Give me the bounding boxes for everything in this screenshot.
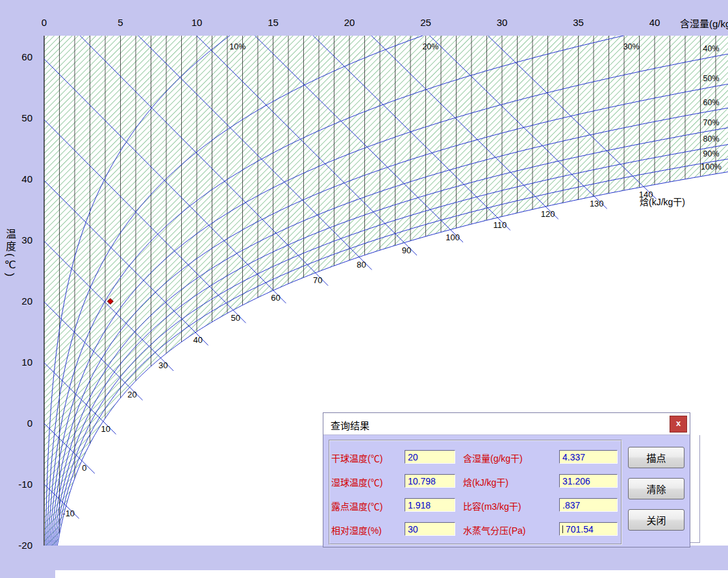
vapor-pressure-label: 水蒸气分压(Pa) [463, 523, 525, 536]
x-tick-label: 10 [192, 17, 203, 28]
dew-point-value: 1.918 [408, 500, 431, 510]
close-icon[interactable]: x [670, 416, 687, 433]
clear-button[interactable]: 清除 [628, 478, 684, 499]
rh-curve-label: 50% [703, 74, 719, 83]
rh-curve-label: 100% [701, 162, 722, 171]
rh-curve-label: 30% [623, 42, 640, 51]
relative-humidity-value: 30 [408, 524, 418, 534]
y-tick-label: 40 [21, 173, 32, 184]
enthalpy-value-label: 80 [357, 260, 366, 270]
enthalpy-value-label: 40 [193, 335, 202, 345]
x-tick-label: 20 [344, 17, 355, 28]
humidity-ratio-input[interactable]: 4.337 [559, 450, 618, 464]
x-tick-label: 0 [42, 17, 47, 28]
rh-curve-label: 90% [703, 149, 719, 158]
y-tick-label: 0 [27, 418, 32, 429]
dialog-titlebar[interactable]: 查询结果 x [323, 413, 690, 435]
plot-point-button[interactable]: 描点 [628, 447, 684, 468]
x-tick-label: 25 [420, 17, 431, 28]
enthalpy-value-label: 60 [271, 293, 280, 303]
humidity-ratio-value: 4.337 [562, 452, 585, 462]
wet-bulb-input[interactable]: 10.798 [405, 474, 455, 488]
y-tick-label: 20 [21, 295, 32, 307]
enthalpy-value-label: 100 [446, 232, 460, 242]
dew-point-label: 露点温度(℃) [331, 499, 383, 512]
relative-humidity-input[interactable]: 30 [405, 522, 455, 536]
rh-curve-label: 80% [703, 134, 719, 144]
enthalpy-input[interactable]: 31.206 [559, 474, 618, 488]
wet-bulb-value: 10.798 [408, 476, 436, 486]
rh-curve-label: 40% [703, 44, 719, 53]
x-axis-title: 含湿量(g/kg干) [680, 16, 728, 30]
rh-curve-label: 70% [703, 118, 719, 127]
enthalpy-value-label: 10 [101, 424, 110, 434]
rh-curve-label: 10% [229, 42, 245, 51]
enthalpy-value-label: 130 [590, 199, 604, 208]
x-tick-label: 5 [118, 17, 123, 28]
y-axis-title: 温度(℃) [2, 229, 18, 279]
specific-volume-label: 比容(m3/kg干) [463, 499, 521, 512]
enthalpy-value-label: 0 [82, 463, 86, 473]
relative-humidity-label: 相对湿度(%) [331, 523, 382, 536]
x-tick-label: 35 [573, 17, 584, 28]
enthalpy-axis-title: 焓(kJ/kg干) [640, 197, 685, 207]
enthalpy-value-label: 90 [402, 245, 411, 255]
y-tick-label: 50 [21, 112, 32, 123]
y-tick-label: 10 [21, 357, 32, 368]
enthalpy-value-label: 110 [493, 220, 507, 230]
bottom-window-strip [55, 570, 728, 578]
background-groupbox-edge-horizontal [690, 542, 700, 544]
enthalpy-value-label: 20 [127, 390, 136, 399]
x-tick-label: 15 [268, 17, 279, 28]
enthalpy-value-label: 50 [231, 313, 240, 323]
enthalpy-value-label: 70 [313, 275, 322, 285]
specific-volume-input[interactable]: .837 [559, 498, 618, 512]
vapor-pressure-value: 701.54 [566, 524, 594, 534]
dew-point-input[interactable]: 1.918 [405, 498, 455, 512]
text-caret [562, 525, 563, 533]
vapor-pressure-input[interactable]: 701.54 [559, 522, 618, 536]
dry-bulb-label: 干球温度(℃) [331, 451, 383, 464]
background-groupbox-edge-vertical [699, 435, 701, 543]
rh-curve-label: 20% [422, 42, 438, 51]
x-tick-label: 30 [497, 17, 508, 28]
specific-volume-value: .837 [562, 500, 580, 510]
y-tick-label: -10 [18, 479, 32, 490]
query-result-dialog: 查询结果 x 干球温度(℃) 20 含湿量(g/kg干) 4.337 湿球温度(… [323, 412, 690, 547]
dialog-title: 查询结果 [331, 418, 370, 432]
wet-bulb-label: 湿球温度(℃) [331, 475, 383, 488]
enthalpy-label: 焓(kJ/kg干) [463, 475, 508, 488]
close-dialog-button[interactable]: 关闭 [628, 509, 684, 531]
enthalpy-value-label: 120 [541, 209, 555, 219]
rh-curve-label: 60% [703, 98, 719, 107]
enthalpy-value-label: 30 [158, 360, 168, 370]
enthalpy-value: 31.206 [562, 476, 590, 486]
y-tick-label: 30 [21, 234, 32, 245]
y-tick-label: 60 [21, 51, 32, 62]
x-tick-label: 40 [649, 17, 660, 28]
dry-bulb-input[interactable]: 20 [405, 450, 455, 464]
y-tick-label: -20 [18, 540, 32, 551]
dry-bulb-value: 20 [408, 452, 418, 462]
humidity-ratio-label: 含湿量(g/kg干) [463, 451, 523, 464]
